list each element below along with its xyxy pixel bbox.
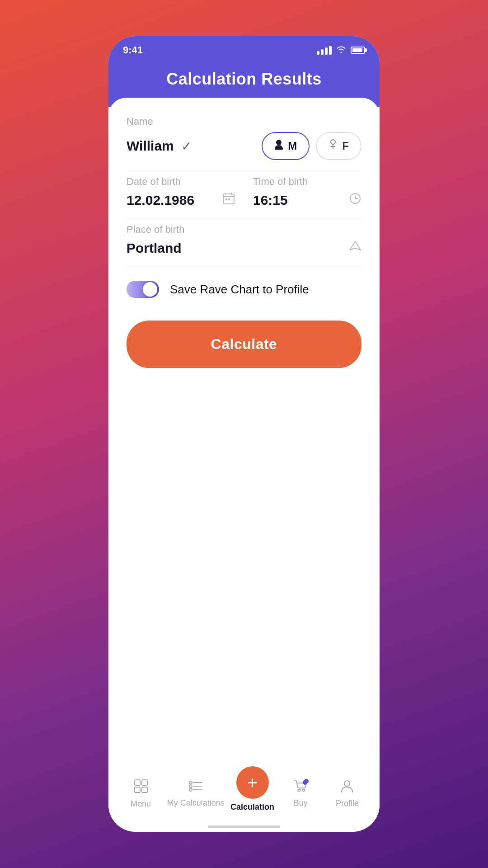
svg-point-18 — [303, 780, 307, 785]
svg-point-1 — [331, 140, 335, 144]
svg-point-19 — [344, 781, 350, 786]
gender-female-label: F — [342, 140, 349, 152]
nav-item-calculation[interactable]: + Calculation — [230, 775, 274, 812]
phone-frame: 9:41 Calculation Results — [108, 36, 380, 832]
toggle-knob — [143, 282, 157, 297]
tob-label: Time of birth — [253, 176, 361, 188]
add-calculation-button[interactable]: + — [236, 766, 269, 799]
toggle-row: Save Rave Chart to Profile — [127, 281, 361, 298]
svg-rect-4 — [228, 198, 230, 200]
toggle-label: Save Rave Chart to Profile — [170, 283, 309, 297]
pob-section: Place of birth Portland — [127, 224, 361, 267]
dob-row: 12.02.1986 — [127, 192, 235, 208]
svg-rect-9 — [142, 787, 147, 793]
wifi-icon — [336, 45, 346, 56]
my-calculations-icon — [188, 780, 203, 795]
menu-icon — [134, 779, 148, 796]
content-area: Name William ✓ M — [108, 98, 380, 767]
home-indicator — [208, 826, 280, 828]
location-icon[interactable] — [349, 240, 361, 256]
nav-item-profile[interactable]: Profile — [327, 779, 367, 808]
status-time: 9:41 — [123, 44, 143, 56]
status-right-icons — [317, 45, 365, 56]
nav-item-menu[interactable]: Menu — [121, 779, 161, 809]
pob-row: Portland — [127, 240, 361, 256]
signal-icon — [317, 46, 332, 55]
status-bar: 9:41 — [108, 36, 380, 61]
name-label: Name — [127, 116, 361, 127]
name-value: William — [127, 138, 174, 154]
male-icon — [274, 139, 283, 153]
profile-icon — [341, 779, 353, 795]
svg-point-0 — [276, 140, 282, 145]
calculation-nav-label: Calculation — [230, 802, 274, 812]
svg-point-16 — [298, 789, 300, 791]
tob-value: 16:15 — [253, 193, 288, 208]
name-row: William ✓ M — [127, 132, 361, 160]
date-time-row: Date of birth 12.02.1986 — [127, 176, 361, 208]
pob-value: Portland — [127, 241, 182, 256]
page-title: Calculation Results — [127, 70, 361, 89]
name-field-actions: William ✓ — [127, 138, 192, 154]
calculate-button[interactable]: Calculate — [127, 321, 361, 368]
nav-item-buy[interactable]: Buy — [280, 780, 321, 808]
dob-label: Date of birth — [127, 176, 235, 188]
svg-rect-3 — [225, 198, 227, 200]
battery-icon — [351, 47, 365, 54]
plus-icon: + — [247, 773, 257, 793]
pob-label: Place of birth — [127, 224, 361, 236]
save-chart-toggle[interactable] — [127, 281, 159, 298]
svg-point-17 — [303, 789, 305, 791]
clock-icon[interactable] — [349, 192, 361, 208]
gender-female-button[interactable]: F — [316, 132, 361, 160]
name-section: Name William ✓ M — [127, 116, 361, 171]
svg-rect-7 — [142, 780, 147, 785]
bottom-nav: Menu My Calculations + Calculation — [108, 767, 380, 826]
my-calculations-nav-label: My Calculations — [167, 798, 225, 808]
buy-nav-label: Buy — [294, 798, 308, 808]
svg-point-12 — [189, 785, 192, 788]
menu-nav-label: Menu — [131, 799, 151, 809]
svg-point-14 — [189, 788, 192, 791]
svg-rect-8 — [135, 787, 140, 793]
datetime-section: Date of birth 12.02.1986 — [127, 176, 361, 219]
gender-buttons[interactable]: M F — [262, 132, 361, 160]
nav-item-my-calculations[interactable]: My Calculations — [167, 780, 225, 808]
gender-male-button[interactable]: M — [262, 132, 310, 160]
svg-point-10 — [189, 781, 192, 784]
svg-rect-6 — [135, 780, 140, 785]
dob-value: 12.02.1986 — [127, 193, 194, 208]
female-icon — [328, 139, 338, 153]
tob-row: 16:15 — [253, 192, 361, 208]
gender-male-label: M — [288, 140, 297, 152]
check-icon: ✓ — [181, 139, 192, 154]
date-field: Date of birth 12.02.1986 — [127, 176, 235, 208]
calendar-icon[interactable] — [222, 192, 235, 208]
profile-nav-label: Profile — [336, 799, 359, 808]
buy-icon — [293, 780, 308, 795]
time-field: Time of birth 16:15 — [253, 176, 361, 208]
